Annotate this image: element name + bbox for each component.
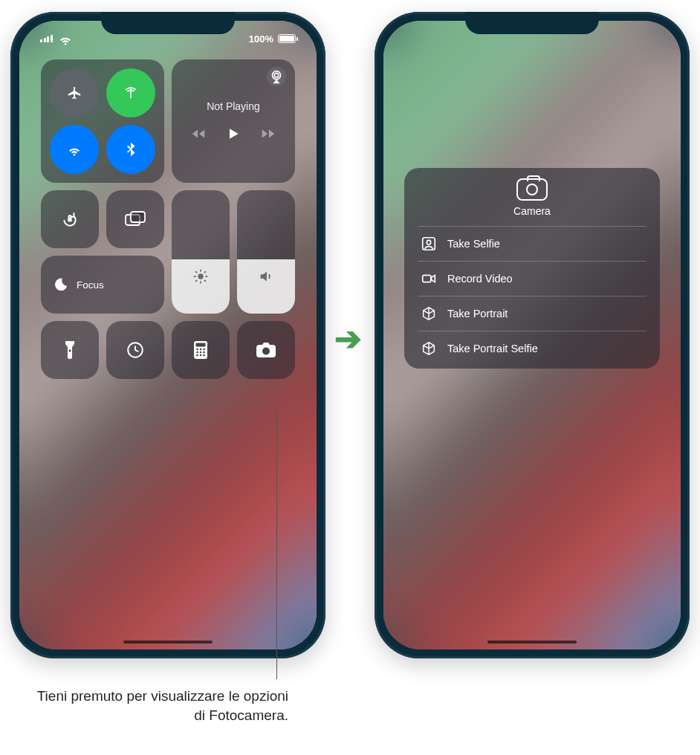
media-controls-module[interactable]: Not Playing [172, 59, 295, 183]
phone-camera-popup: Camera Take SelfieRecord VideoTake Portr… [375, 12, 690, 658]
caption-text: Tieni premuto per visualizzare le opzion… [36, 687, 288, 725]
svg-point-30 [203, 351, 205, 354]
camera-action-record-video[interactable]: Record Video [418, 261, 646, 296]
calculator-button[interactable] [172, 321, 230, 379]
camera-action-label: Record Video [447, 273, 513, 285]
svg-point-26 [200, 349, 202, 351]
brightness-slider[interactable] [172, 190, 230, 314]
svg-rect-8 [68, 218, 71, 221]
cube-icon [421, 305, 437, 322]
svg-rect-10 [131, 212, 145, 222]
svg-point-32 [200, 354, 202, 357]
svg-marker-6 [262, 130, 268, 138]
home-indicator[interactable] [487, 641, 577, 644]
airplane-icon [66, 85, 82, 101]
orientation-lock-icon [60, 210, 80, 229]
sun-icon [192, 268, 209, 285]
flashlight-button[interactable] [41, 321, 99, 379]
svg-marker-7 [269, 130, 274, 138]
svg-line-19 [204, 271, 206, 273]
connectivity-group[interactable] [41, 59, 164, 183]
camera-action-label: Take Portrait Selfie [447, 343, 538, 354]
rectangles-icon [125, 211, 146, 227]
camera-action-take-selfie[interactable]: Take Selfie [418, 226, 646, 261]
cellular-data-toggle[interactable] [106, 68, 155, 117]
airplane-mode-toggle[interactable] [50, 68, 99, 117]
svg-point-11 [198, 273, 203, 279]
svg-rect-36 [423, 238, 435, 250]
camera-button[interactable] [237, 321, 295, 379]
svg-line-18 [195, 280, 197, 282]
airplay-button[interactable] [267, 67, 286, 86]
battery-icon [278, 34, 296, 43]
wifi-icon [66, 141, 82, 158]
camera-icon [516, 178, 548, 201]
volume-slider[interactable] [237, 190, 295, 314]
screen-right: Camera Take SelfieRecord VideoTake Portr… [383, 21, 681, 649]
video-icon [421, 270, 437, 287]
svg-marker-3 [192, 130, 198, 138]
calculator-icon [193, 340, 208, 360]
home-indicator[interactable] [123, 641, 213, 644]
svg-point-37 [427, 240, 431, 244]
cellular-signal-icon [40, 35, 53, 42]
svg-point-1 [274, 73, 279, 77]
media-title-label: Not Playing [207, 100, 260, 112]
camera-action-label: Take Selfie [447, 238, 500, 250]
timer-icon [126, 340, 145, 360]
svg-line-16 [195, 271, 197, 273]
antenna-icon [123, 85, 139, 101]
svg-point-29 [200, 351, 202, 354]
phone-control-center: 100% [10, 12, 325, 658]
bluetooth-toggle[interactable] [106, 125, 155, 174]
focus-label: Focus [77, 279, 104, 291]
svg-marker-2 [273, 80, 279, 84]
svg-rect-24 [196, 343, 206, 347]
notch [101, 12, 235, 34]
cube-icon [421, 340, 437, 357]
camera-action-label: Take Portrait [447, 308, 508, 320]
svg-rect-38 [423, 275, 431, 282]
notch [465, 12, 599, 34]
svg-point-25 [196, 349, 198, 351]
svg-point-35 [262, 348, 270, 355]
svg-marker-4 [199, 130, 204, 138]
screen-mirroring-button[interactable] [106, 190, 164, 248]
svg-point-27 [203, 349, 205, 351]
svg-point-33 [203, 354, 205, 357]
transition-arrow-icon: ➔ [334, 320, 362, 357]
svg-marker-5 [230, 129, 239, 138]
moon-icon [53, 276, 69, 293]
next-track-button[interactable] [260, 126, 276, 142]
flashlight-icon [63, 340, 77, 360]
svg-marker-20 [261, 272, 267, 282]
previous-track-button[interactable] [190, 126, 207, 142]
person-square-icon [421, 236, 437, 252]
timer-button[interactable] [106, 321, 164, 379]
svg-point-28 [196, 351, 198, 354]
camera-menu-title: Camera [513, 205, 551, 217]
wifi-status-icon [57, 30, 74, 47]
svg-marker-39 [432, 275, 435, 282]
svg-point-31 [196, 354, 198, 357]
screen-left: 100% [19, 21, 317, 649]
camera-action-take-portrait[interactable]: Take Portrait [418, 296, 646, 331]
camera-icon [256, 342, 276, 358]
orientation-lock-toggle[interactable] [41, 190, 99, 248]
play-button[interactable] [226, 126, 241, 141]
camera-quick-actions-menu: Camera Take SelfieRecord VideoTake Portr… [404, 168, 660, 369]
camera-action-take-portrait-selfie[interactable]: Take Portrait Selfie [418, 331, 646, 366]
control-center-grid: Not Playing [36, 59, 300, 379]
svg-line-17 [204, 280, 206, 282]
svg-point-0 [273, 71, 281, 80]
speaker-icon [258, 268, 274, 285]
wifi-toggle[interactable] [50, 125, 99, 174]
battery-percentage: 100% [249, 33, 273, 45]
svg-point-21 [69, 350, 71, 352]
focus-button[interactable]: Focus [41, 256, 164, 314]
bluetooth-icon [123, 141, 139, 158]
airplay-icon [268, 68, 285, 85]
